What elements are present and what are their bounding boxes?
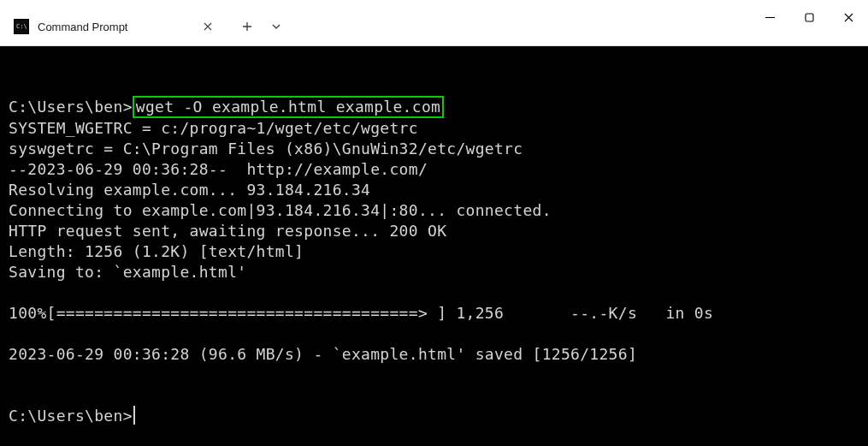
minimize-button[interactable] bbox=[750, 0, 789, 34]
terminal-line: --2023-06-29 00:36:28-- http://example.c… bbox=[9, 159, 859, 180]
terminal-line: Connecting to example.com|93.184.216.34|… bbox=[9, 200, 859, 221]
terminal-line: 100%[===================================… bbox=[9, 303, 859, 324]
new-tab-button[interactable] bbox=[233, 12, 262, 41]
terminal-line bbox=[9, 324, 859, 344]
terminal-line: Saving to: `example.html' bbox=[9, 262, 859, 282]
titlebar-actions bbox=[233, 9, 291, 45]
window-controls bbox=[750, 0, 868, 34]
terminal-line: syswgetrc = C:\Program Files (x86)\GnuWi… bbox=[9, 139, 859, 159]
terminal-line bbox=[9, 365, 859, 385]
terminal-line bbox=[9, 282, 859, 303]
prompt-path: C:\Users\ben> bbox=[9, 98, 133, 116]
close-window-button[interactable] bbox=[829, 0, 868, 34]
terminal-line: SYSTEM_WGETRC = c:/progra~1/wget/etc/wge… bbox=[9, 118, 859, 139]
terminal-line: 2023-06-29 00:36:28 (96.6 MB/s) - `examp… bbox=[9, 344, 859, 365]
terminal-line: Length: 1256 (1.2K) [text/html] bbox=[9, 241, 859, 262]
cursor-icon bbox=[133, 406, 135, 425]
terminal-line: Resolving example.com... 93.184.216.34 bbox=[9, 180, 859, 200]
svg-text:C:\: C:\ bbox=[16, 23, 27, 30]
tab-command-prompt[interactable]: C:\ Command Prompt bbox=[5, 9, 227, 45]
terminal-line: HTTP request sent, awaiting response... … bbox=[9, 221, 859, 241]
highlighted-command: wget -O example.html example.com bbox=[133, 96, 444, 118]
terminal-line bbox=[9, 75, 859, 96]
terminal-line: C:\Users\ben> bbox=[9, 385, 859, 426]
cmd-icon: C:\ bbox=[14, 19, 29, 34]
svg-rect-2 bbox=[806, 14, 813, 21]
tab-title: Command Prompt bbox=[38, 21, 192, 33]
prompt-line: C:\Users\ben>wget -O example.html exampl… bbox=[9, 96, 859, 118]
prompt-path-2: C:\Users\ben> bbox=[9, 407, 133, 425]
tab-dropdown-button[interactable] bbox=[262, 12, 291, 41]
titlebar: C:\ Command Prompt bbox=[0, 0, 868, 46]
terminal-output-area[interactable]: C:\Users\ben>wget -O example.html exampl… bbox=[0, 46, 868, 446]
close-tab-icon[interactable] bbox=[200, 19, 216, 34]
maximize-button[interactable] bbox=[789, 0, 829, 34]
